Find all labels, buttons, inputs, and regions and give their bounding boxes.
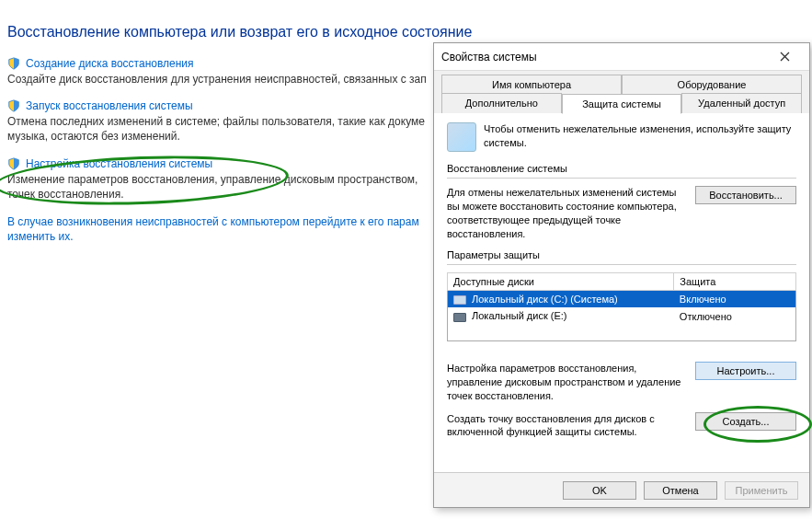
dialog-titlebar[interactable]: Свойства системы xyxy=(434,43,809,71)
tab-system-protection[interactable]: Защита системы xyxy=(562,94,682,114)
tab-remote[interactable]: Удаленный доступ xyxy=(681,93,802,113)
link-desc: Создайте диск восстановления для устране… xyxy=(7,72,440,86)
apply-button: Применить xyxy=(725,481,798,500)
system-protection-icon xyxy=(447,122,476,152)
restore-description: Для отмены нежелательных изменений систе… xyxy=(447,186,686,240)
col-protection[interactable]: Защита xyxy=(674,273,796,291)
link-desc: Отмена последних изменений в системе; фа… xyxy=(7,114,440,144)
group-label-restore: Восстановление системы xyxy=(447,163,796,174)
link-label: Настройка восстановления системы xyxy=(26,157,212,170)
disk-name: Локальный диск (E:) xyxy=(472,310,567,321)
ok-button[interactable]: OK xyxy=(563,481,636,500)
shield-icon xyxy=(7,157,20,170)
shield-icon xyxy=(7,99,20,112)
dialog-title: Свойства системы xyxy=(441,51,767,63)
close-button[interactable] xyxy=(767,44,802,70)
disk-icon xyxy=(453,313,466,322)
shield-icon xyxy=(7,57,20,70)
table-row[interactable]: Локальный диск (E:) Отключено xyxy=(448,307,796,324)
create-button[interactable]: Создать... xyxy=(695,412,796,431)
divider xyxy=(447,264,796,265)
configure-button[interactable]: Настроить... xyxy=(695,362,796,380)
disk-protection: Отключено xyxy=(674,307,796,324)
divider xyxy=(447,178,796,179)
table-row[interactable]: Локальный диск (C:) (Система) Включено xyxy=(448,291,796,308)
protection-disks-table[interactable]: Доступные диски Защита Локальный диск (C… xyxy=(447,272,796,341)
footer-link[interactable]: В случае возникновения неисправностей с … xyxy=(7,214,440,244)
disk-icon xyxy=(453,295,466,305)
tab-computer-name[interactable]: Имя компьютера xyxy=(441,75,622,94)
tab-advanced[interactable]: Дополнительно xyxy=(441,93,562,113)
page-title: Восстановление компьютера или возврат ег… xyxy=(7,24,805,40)
disk-protection: Включено xyxy=(674,291,796,308)
group-label-params: Параметры защиты xyxy=(447,249,796,260)
banner-text: Чтобы отменить нежелательные изменения, … xyxy=(484,122,796,152)
restore-button[interactable]: Восстановить... xyxy=(695,186,796,204)
create-description: Создать точку восстановления для дисков … xyxy=(447,412,686,440)
link-label: Запуск восстановления системы xyxy=(26,99,193,112)
configure-description: Настройка параметров восстановления, упр… xyxy=(447,362,686,403)
link-label: Создание диска восстановления xyxy=(26,57,194,70)
cancel-button[interactable]: Отмена xyxy=(644,481,717,500)
system-properties-dialog: Свойства системы Имя компьютера Оборудов… xyxy=(433,42,810,508)
link-desc: Изменение параметров восстановления, упр… xyxy=(7,172,440,202)
close-icon xyxy=(780,52,790,62)
col-disks[interactable]: Доступные диски xyxy=(448,273,674,291)
tab-hardware[interactable]: Оборудование xyxy=(622,75,802,94)
disk-name: Локальный диск (C:) (Система) xyxy=(472,294,618,305)
